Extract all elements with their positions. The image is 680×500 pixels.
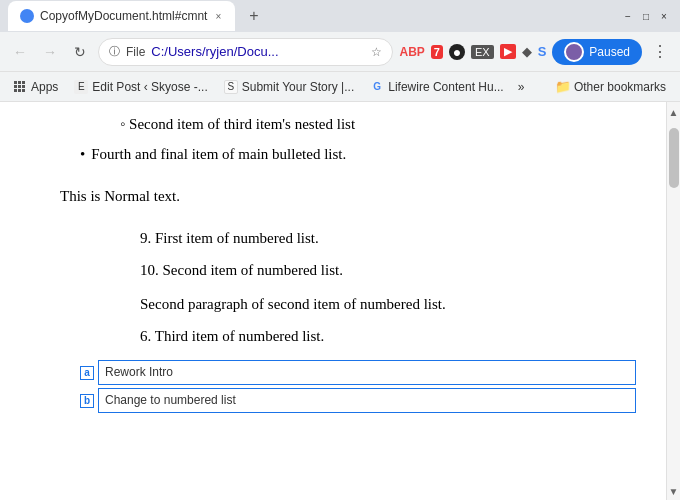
scroll-thumb[interactable] <box>669 128 679 188</box>
numbered-list-section: 9. First item of numbered list. 10. Seco… <box>60 226 636 348</box>
minimize-button[interactable]: − <box>620 8 636 24</box>
second-paragraph: Second paragraph of second item of numbe… <box>140 292 636 316</box>
comment-item-a: a Rework Intro <box>80 360 636 385</box>
nested-item-text: ◦ Second item of third item's nested lis… <box>120 116 355 132</box>
title-bar: CopyofMyDocument.html#cmnt × + − □ × <box>0 0 680 32</box>
apps-label: Apps <box>31 80 58 94</box>
new-tab-button[interactable]: + <box>241 3 266 29</box>
browser-menu-button[interactable]: ⋮ <box>648 40 672 63</box>
bookmarks-bar: Apps E Edit Post ‹ Skyose -... S Submit … <box>0 72 680 102</box>
adblock-icon[interactable]: ABP <box>399 45 424 59</box>
ext-icon-6[interactable]: S <box>538 44 547 59</box>
nested-list-item: ◦ Second item of third item's nested lis… <box>60 112 636 136</box>
forward-button[interactable]: → <box>38 40 62 64</box>
numbered-item-1: 9. First item of numbered list. <box>140 226 636 250</box>
tab-title: CopyofMyDocument.html#cmnt <box>40 9 207 23</box>
back-button[interactable]: ← <box>8 40 32 64</box>
comment-badge-b: b <box>80 394 94 408</box>
bookmark-submit-story[interactable]: S Submit Your Story |... <box>218 77 361 97</box>
apps-grid-icon <box>14 81 25 92</box>
scroll-up-arrow[interactable]: ▲ <box>666 104 680 121</box>
close-button[interactable]: × <box>656 8 672 24</box>
scrollbar[interactable]: ▲ ▼ <box>666 102 680 500</box>
url-text: C:/Users/ryjen/Docu... <box>151 44 365 59</box>
num-1: 9. <box>140 230 151 246</box>
info-icon: ⓘ <box>109 44 120 59</box>
ext-icon-2[interactable]: ● <box>449 44 465 60</box>
reload-button[interactable]: ↻ <box>68 40 92 64</box>
numbered-item-3: 6. Third item of numbered list. <box>140 324 636 348</box>
avatar <box>564 42 584 62</box>
num-3: 6. <box>140 328 151 344</box>
browser-tab[interactable]: CopyofMyDocument.html#cmnt × <box>8 1 235 31</box>
bookmark-label-2: Submit Your Story |... <box>242 80 355 94</box>
numbered-item-2: 10. Second item of numbered list. <box>140 258 636 282</box>
normal-text-content: This is Normal text. <box>60 188 180 204</box>
file-label: File <box>126 45 145 59</box>
ext-icon-1[interactable]: 7 <box>431 45 443 59</box>
comments-section: a Rework Intro b Change to numbered list <box>60 360 636 413</box>
ext-icon-5[interactable]: ◆ <box>522 44 532 59</box>
second-para-text: Second paragraph of second item of numbe… <box>140 296 446 312</box>
address-bar: ← → ↻ ⓘ File C:/Users/ryjen/Docu... ☆ AB… <box>0 32 680 72</box>
profile-button[interactable]: Paused <box>552 39 642 65</box>
bookmark-label-3: Lifewire Content Hu... <box>388 80 503 94</box>
page-content: ◦ Second item of third item's nested lis… <box>0 102 666 500</box>
num-1-text: First item of numbered list. <box>155 230 319 246</box>
tab-close-button[interactable]: × <box>213 10 223 23</box>
bullet-item-text: Fourth and final item of main bulleted l… <box>91 142 346 166</box>
bookmark-lifewire[interactable]: G Lifewire Content Hu... <box>364 77 509 97</box>
bookmark-favicon-1: E <box>74 80 88 94</box>
other-bookmarks-folder[interactable]: 📁 Other bookmarks <box>549 76 672 97</box>
bookmark-edit-post[interactable]: E Edit Post ‹ Skyose -... <box>68 77 213 97</box>
comment-item-b: b Change to numbered list <box>80 388 636 413</box>
comment-text-b: Change to numbered list <box>98 388 636 413</box>
scroll-track[interactable] <box>669 123 679 481</box>
bookmark-favicon-2: S <box>224 80 238 94</box>
num-3-text: Third item of numbered list. <box>155 328 325 344</box>
ext-icon-4[interactable]: ▶ <box>500 44 516 59</box>
bookmark-label-1: Edit Post ‹ Skyose -... <box>92 80 207 94</box>
folder-icon: 📁 <box>555 79 571 94</box>
apps-bookmark[interactable]: Apps <box>8 77 64 97</box>
comment-badge-a: a <box>80 366 94 380</box>
normal-text-paragraph: This is Normal text. <box>60 184 636 208</box>
num-2: 10. <box>140 262 159 278</box>
maximize-button[interactable]: □ <box>638 8 654 24</box>
bullet-list-item: • Fourth and final item of main bulleted… <box>80 142 636 166</box>
num-2-text: Second item of numbered list. <box>163 262 343 278</box>
ext-icon-3[interactable]: EX <box>471 45 494 59</box>
bookmark-favicon-3: G <box>370 80 384 94</box>
bullet-symbol: • <box>80 142 85 166</box>
url-bar[interactable]: ⓘ File C:/Users/ryjen/Docu... ☆ <box>98 38 393 66</box>
comment-text-a: Rework Intro <box>98 360 636 385</box>
star-icon[interactable]: ☆ <box>371 45 382 59</box>
more-bookmarks-button[interactable]: » <box>514 77 529 97</box>
profile-label: Paused <box>589 45 630 59</box>
scroll-down-arrow[interactable]: ▼ <box>666 483 680 500</box>
tab-favicon <box>20 9 34 23</box>
other-bookmarks-label: Other bookmarks <box>574 80 666 94</box>
browser-body: ◦ Second item of third item's nested lis… <box>0 102 680 500</box>
